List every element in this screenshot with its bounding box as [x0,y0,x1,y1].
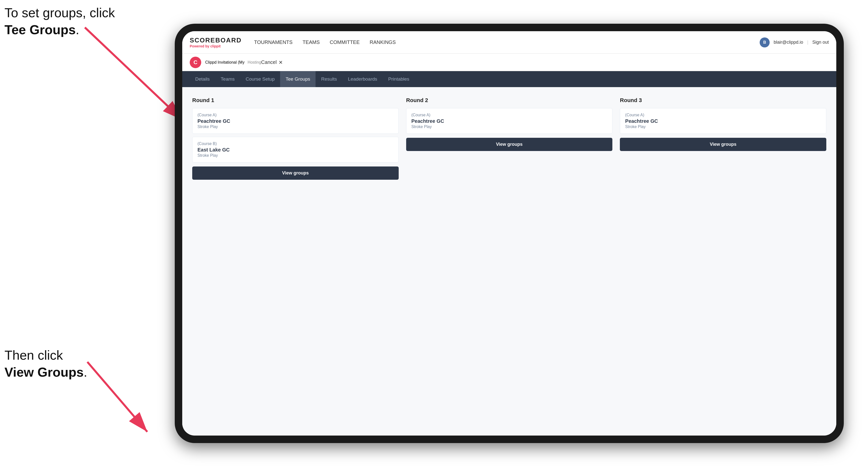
tab-tee-groups[interactable]: Tee Groups [280,71,315,87]
main-content: Round 1 (Course A) Peachtree GC Stroke P… [182,87,836,436]
tab-teams[interactable]: Teams [215,71,240,87]
round-2-column: Round 2 (Course A) Peachtree GC Stroke P… [406,97,613,180]
round-2-title: Round 2 [406,97,613,103]
nav-rankings[interactable]: RANKINGS [370,37,396,47]
round-3-course-a-card: (Course A) Peachtree GC Stroke Play [620,108,826,134]
round-1-column: Round 1 (Course A) Peachtree GC Stroke P… [192,97,399,180]
round-1-course-a-card: (Course A) Peachtree GC Stroke Play [192,108,399,134]
instruction-top-period: . [75,23,79,37]
logo-text: SCOREBOARD [190,36,242,44]
round-1-view-groups-button[interactable]: View groups [192,166,399,180]
round-3-column: Round 3 (Course A) Peachtree GC Stroke P… [620,97,826,180]
cancel-label: Cancel [261,59,277,65]
instruction-bottom-period: . [84,365,87,379]
round-3-course-a-name: Peachtree GC [625,118,821,124]
nav-links: TOURNAMENTS TEAMS COMMITTEE RANKINGS [254,37,760,47]
nav-right: B blair@clippd.io | Sign out [760,37,829,48]
cancel-button[interactable]: Cancel ✕ [261,59,283,65]
round-3-course-a-label: (Course A) [625,113,821,117]
close-icon: ✕ [279,59,283,65]
tab-results[interactable]: Results [315,71,342,87]
tablet-device: SCOREBOARD Powered by clippit TOURNAMENT… [175,24,844,443]
logo-sub-brand: clippit [210,44,220,48]
instruction-bottom-line1: Then click [4,348,63,363]
tab-leaderboards[interactable]: Leaderboards [342,71,383,87]
tournament-bar: C Clippd Invitational (My Hosting Cancel… [182,54,836,71]
instruction-top-line1: To set groups, click [4,5,115,20]
round-3-view-groups-button[interactable]: View groups [620,138,826,151]
sign-out-link[interactable]: Sign out [812,40,829,45]
round-1-course-a-name: Peachtree GC [197,118,394,124]
round-1-course-b-label: (Course B) [197,142,394,146]
nav-committee[interactable]: COMMITTEE [330,37,360,47]
logo-sub: Powered by clippit [190,44,242,48]
round-1-course-b-card: (Course B) East Lake GC Stroke Play [192,137,399,162]
tournament-logo: C [190,57,201,68]
logo-area: SCOREBOARD Powered by clippit [190,36,242,48]
round-1-course-b-name: East Lake GC [197,147,394,153]
round-1-title: Round 1 [192,97,399,103]
round-2-course-a-label: (Course A) [411,113,608,117]
instruction-bottom: Then click View Groups. [4,347,87,381]
user-email: blair@clippd.io [774,40,803,45]
tab-course-setup[interactable]: Course Setup [240,71,280,87]
round-3-course-a-format: Stroke Play [625,125,821,129]
tournament-name-text: Clippd Invitational (My [205,60,244,64]
tab-details[interactable]: Details [190,71,215,87]
user-avatar: B [760,37,770,48]
round-3-title: Round 3 [620,97,826,103]
rounds-container: Round 1 (Course A) Peachtree GC Stroke P… [192,97,826,180]
svg-line-3 [87,362,147,432]
round-2-course-a-name: Peachtree GC [411,118,608,124]
round-2-course-a-format: Stroke Play [411,125,608,129]
top-nav: SCOREBOARD Powered by clippit TOURNAMENT… [182,31,836,54]
round-1-course-a-format: Stroke Play [197,125,394,129]
instruction-top: To set groups, click Tee Groups. [4,4,115,38]
nav-teams[interactable]: TEAMS [303,37,320,47]
tab-printables[interactable]: Printables [383,71,415,87]
round-2-view-groups-button[interactable]: View groups [406,138,613,151]
hosting-badge: Hosting [248,60,261,64]
tournament-name: Clippd Invitational (My Hosting [205,60,261,65]
tablet-screen: SCOREBOARD Powered by clippit TOURNAMENT… [182,31,836,436]
round-2-course-a-card: (Course A) Peachtree GC Stroke Play [406,108,613,134]
logo-sub-text: Powered by [190,44,210,48]
instruction-bottom-line2: View Groups [4,365,84,379]
round-1-course-a-label: (Course A) [197,113,394,117]
instruction-top-line2: Tee Groups [4,23,75,37]
nav-tournaments[interactable]: TOURNAMENTS [254,37,292,47]
round-1-course-b-format: Stroke Play [197,153,394,158]
svg-line-1 [85,27,182,120]
tab-bar: Details Teams Course Setup Tee Groups Re… [182,71,836,87]
